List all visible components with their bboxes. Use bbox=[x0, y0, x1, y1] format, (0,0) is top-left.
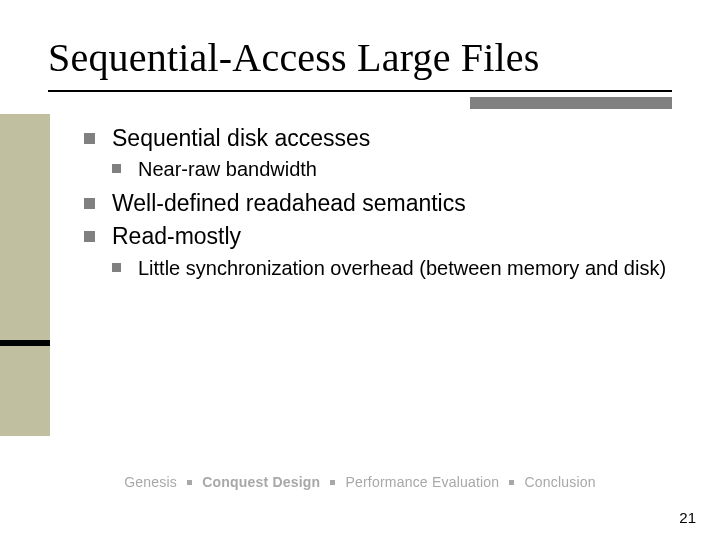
square-bullet-icon bbox=[84, 231, 95, 242]
breadcrumb-item-current: Conquest Design bbox=[202, 474, 320, 490]
separator-icon bbox=[187, 480, 192, 485]
square-bullet-icon bbox=[84, 198, 95, 209]
breadcrumb-item: Performance Evaluation bbox=[345, 474, 499, 490]
separator-icon bbox=[509, 480, 514, 485]
sidebar-tick bbox=[0, 340, 50, 346]
square-bullet-icon bbox=[84, 133, 95, 144]
bullet-text: Well-defined readahead semantics bbox=[112, 190, 466, 216]
breadcrumb-item: Genesis bbox=[124, 474, 177, 490]
bullet-text: Near-raw bandwidth bbox=[138, 158, 317, 180]
bullet-text: Read-mostly bbox=[112, 223, 241, 249]
bullet-level1: Well-defined readahead semantics bbox=[84, 189, 684, 218]
slide: Sequential-Access Large Files Sequential… bbox=[0, 0, 720, 540]
bullet-text: Sequential disk accesses bbox=[112, 125, 370, 151]
title-accent-bar bbox=[470, 97, 672, 109]
sidebar-accent bbox=[0, 114, 50, 436]
bullet-level2: Little synchronization overhead (between… bbox=[112, 256, 684, 282]
square-bullet-icon bbox=[112, 263, 121, 272]
bullet-level1: Sequential disk accesses bbox=[84, 124, 684, 153]
separator-icon bbox=[330, 480, 335, 485]
breadcrumb-item: Conclusion bbox=[525, 474, 596, 490]
breadcrumb: Genesis Conquest Design Performance Eval… bbox=[0, 474, 720, 490]
square-bullet-icon bbox=[112, 164, 121, 173]
bullet-level1: Read-mostly bbox=[84, 222, 684, 251]
title-underline bbox=[48, 90, 672, 92]
bullet-level2: Near-raw bandwidth bbox=[112, 157, 684, 183]
bullet-text: Little synchronization overhead (between… bbox=[138, 257, 666, 279]
slide-title: Sequential-Access Large Files bbox=[48, 34, 540, 81]
slide-body: Sequential disk accesses Near-raw bandwi… bbox=[84, 124, 684, 288]
page-number: 21 bbox=[679, 509, 696, 526]
